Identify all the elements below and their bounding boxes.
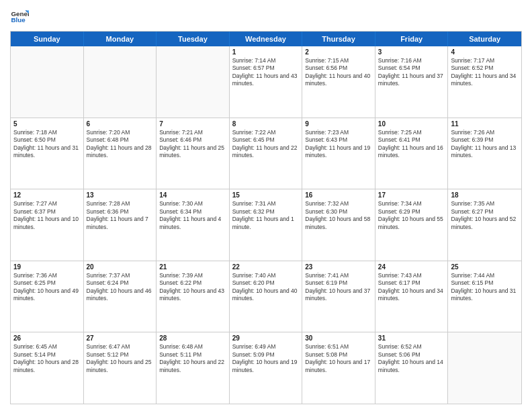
- day-info: Sunrise: 7:15 AM Sunset: 6:56 PM Dayligh…: [305, 57, 372, 88]
- day-number: 28: [159, 334, 226, 342]
- calendar-day-6: 6Sunrise: 7:20 AM Sunset: 6:48 PM Daylig…: [84, 118, 157, 189]
- day-number: 4: [451, 48, 519, 56]
- page: General Blue SundayMondayTuesdayWednesda…: [0, 0, 532, 411]
- calendar-day-7: 7Sunrise: 7:21 AM Sunset: 6:46 PM Daylig…: [157, 118, 230, 189]
- day-info: Sunrise: 7:37 AM Sunset: 6:24 PM Dayligh…: [87, 272, 154, 303]
- calendar-day-28: 28Sunrise: 6:48 AM Sunset: 5:11 PM Dayli…: [157, 332, 230, 404]
- calendar-day-15: 15Sunrise: 7:31 AM Sunset: 6:32 PM Dayli…: [230, 189, 303, 261]
- calendar-day-30: 30Sunrise: 6:51 AM Sunset: 5:08 PM Dayli…: [302, 332, 375, 404]
- day-header-tuesday: Tuesday: [157, 32, 230, 46]
- day-number: 10: [378, 120, 445, 128]
- day-header-thursday: Thursday: [302, 32, 375, 46]
- day-number: 6: [87, 120, 154, 128]
- calendar-day-16: 16Sunrise: 7:32 AM Sunset: 6:30 PM Dayli…: [302, 189, 375, 261]
- day-info: Sunrise: 7:32 AM Sunset: 6:30 PM Dayligh…: [305, 200, 372, 231]
- day-info: Sunrise: 7:44 AM Sunset: 6:15 PM Dayligh…: [451, 272, 519, 303]
- day-number: 16: [305, 191, 372, 199]
- calendar-day-26: 26Sunrise: 6:45 AM Sunset: 5:14 PM Dayli…: [11, 332, 84, 404]
- day-number: 23: [305, 263, 372, 271]
- day-number: 18: [451, 191, 519, 199]
- day-number: 22: [232, 263, 300, 271]
- calendar-day-8: 8Sunrise: 7:22 AM Sunset: 6:45 PM Daylig…: [230, 118, 303, 189]
- calendar-day-19: 19Sunrise: 7:36 AM Sunset: 6:25 PM Dayli…: [11, 261, 84, 332]
- day-number: 17: [378, 191, 445, 199]
- calendar: SundayMondayTuesdayWednesdayThursdayFrid…: [10, 31, 522, 404]
- calendar-day-10: 10Sunrise: 7:25 AM Sunset: 6:41 PM Dayli…: [375, 118, 449, 189]
- calendar-week-3: 19Sunrise: 7:36 AM Sunset: 6:25 PM Dayli…: [11, 261, 521, 333]
- day-info: Sunrise: 7:23 AM Sunset: 6:43 PM Dayligh…: [305, 129, 372, 160]
- day-info: Sunrise: 7:27 AM Sunset: 6:37 PM Dayligh…: [13, 200, 81, 231]
- calendar-day-3: 3Sunrise: 7:16 AM Sunset: 6:54 PM Daylig…: [375, 46, 449, 118]
- calendar-day-9: 9Sunrise: 7:23 AM Sunset: 6:43 PM Daylig…: [302, 118, 375, 189]
- day-number: 11: [451, 120, 519, 128]
- day-header-saturday: Saturday: [448, 32, 521, 46]
- day-header-sunday: Sunday: [11, 32, 84, 46]
- day-info: Sunrise: 6:52 AM Sunset: 5:06 PM Dayligh…: [378, 343, 445, 374]
- day-info: Sunrise: 7:16 AM Sunset: 6:54 PM Dayligh…: [378, 57, 445, 88]
- calendar-day-11: 11Sunrise: 7:26 AM Sunset: 6:39 PM Dayli…: [448, 118, 521, 189]
- calendar-day-21: 21Sunrise: 7:39 AM Sunset: 6:22 PM Dayli…: [157, 261, 230, 332]
- day-info: Sunrise: 7:25 AM Sunset: 6:41 PM Dayligh…: [378, 129, 445, 160]
- day-info: Sunrise: 6:51 AM Sunset: 5:08 PM Dayligh…: [305, 343, 372, 374]
- day-number: 21: [159, 263, 226, 271]
- day-info: Sunrise: 7:21 AM Sunset: 6:46 PM Dayligh…: [159, 129, 226, 160]
- logo-icon: General Blue: [10, 7, 29, 26]
- day-number: 14: [159, 191, 226, 199]
- calendar-day-31: 31Sunrise: 6:52 AM Sunset: 5:06 PM Dayli…: [375, 332, 449, 404]
- day-info: Sunrise: 7:30 AM Sunset: 6:34 PM Dayligh…: [159, 200, 226, 231]
- calendar-day-18: 18Sunrise: 7:35 AM Sunset: 6:27 PM Dayli…: [448, 189, 521, 261]
- day-info: Sunrise: 7:20 AM Sunset: 6:48 PM Dayligh…: [87, 129, 154, 160]
- calendar-week-2: 12Sunrise: 7:27 AM Sunset: 6:37 PM Dayli…: [11, 189, 521, 261]
- calendar-day-25: 25Sunrise: 7:44 AM Sunset: 6:15 PM Dayli…: [448, 261, 521, 332]
- calendar-day-empty: [84, 46, 157, 118]
- day-number: 20: [87, 263, 154, 271]
- calendar-day-20: 20Sunrise: 7:37 AM Sunset: 6:24 PM Dayli…: [84, 261, 157, 332]
- calendar-day-13: 13Sunrise: 7:28 AM Sunset: 6:36 PM Dayli…: [84, 189, 157, 261]
- day-info: Sunrise: 7:17 AM Sunset: 6:52 PM Dayligh…: [451, 57, 519, 88]
- day-number: 9: [305, 120, 372, 128]
- day-number: 29: [232, 334, 300, 342]
- day-info: Sunrise: 6:47 AM Sunset: 5:12 PM Dayligh…: [87, 343, 154, 374]
- svg-text:Blue: Blue: [11, 16, 26, 24]
- day-info: Sunrise: 6:49 AM Sunset: 5:09 PM Dayligh…: [232, 343, 300, 374]
- day-info: Sunrise: 6:45 AM Sunset: 5:14 PM Dayligh…: [13, 343, 81, 374]
- day-number: 27: [87, 334, 154, 342]
- day-info: Sunrise: 7:28 AM Sunset: 6:36 PM Dayligh…: [87, 200, 154, 231]
- day-info: Sunrise: 7:43 AM Sunset: 6:17 PM Dayligh…: [378, 272, 445, 303]
- day-info: Sunrise: 7:39 AM Sunset: 6:22 PM Dayligh…: [159, 272, 226, 303]
- calendar-day-27: 27Sunrise: 6:47 AM Sunset: 5:12 PM Dayli…: [84, 332, 157, 404]
- day-number: 19: [13, 263, 81, 271]
- calendar-day-4: 4Sunrise: 7:17 AM Sunset: 6:52 PM Daylig…: [448, 46, 521, 118]
- calendar-day-5: 5Sunrise: 7:18 AM Sunset: 6:50 PM Daylig…: [11, 118, 84, 189]
- calendar-day-empty: [157, 46, 230, 118]
- calendar-header-row: SundayMondayTuesdayWednesdayThursdayFrid…: [11, 32, 521, 46]
- day-info: Sunrise: 7:14 AM Sunset: 6:57 PM Dayligh…: [232, 57, 300, 88]
- day-header-friday: Friday: [375, 32, 449, 46]
- day-number: 31: [378, 334, 445, 342]
- calendar-day-22: 22Sunrise: 7:40 AM Sunset: 6:20 PM Dayli…: [230, 261, 303, 332]
- calendar-day-14: 14Sunrise: 7:30 AM Sunset: 6:34 PM Dayli…: [157, 189, 230, 261]
- day-number: 13: [87, 191, 154, 199]
- day-number: 12: [13, 191, 81, 199]
- logo: General Blue: [10, 7, 29, 26]
- day-header-wednesday: Wednesday: [230, 32, 303, 46]
- day-info: Sunrise: 7:40 AM Sunset: 6:20 PM Dayligh…: [232, 272, 300, 303]
- calendar-week-0: 1Sunrise: 7:14 AM Sunset: 6:57 PM Daylig…: [11, 46, 521, 118]
- header: General Blue: [10, 7, 522, 26]
- calendar-day-17: 17Sunrise: 7:34 AM Sunset: 6:29 PM Dayli…: [375, 189, 449, 261]
- day-number: 1: [232, 48, 300, 56]
- calendar-week-4: 26Sunrise: 6:45 AM Sunset: 5:14 PM Dayli…: [11, 332, 521, 404]
- day-info: Sunrise: 7:36 AM Sunset: 6:25 PM Dayligh…: [13, 272, 81, 303]
- day-header-monday: Monday: [84, 32, 157, 46]
- calendar-day-24: 24Sunrise: 7:43 AM Sunset: 6:17 PM Dayli…: [375, 261, 449, 332]
- day-number: 30: [305, 334, 372, 342]
- day-number: 15: [232, 191, 300, 199]
- day-number: 5: [13, 120, 81, 128]
- day-info: Sunrise: 7:41 AM Sunset: 6:19 PM Dayligh…: [305, 272, 372, 303]
- day-number: 26: [13, 334, 81, 342]
- day-number: 8: [232, 120, 300, 128]
- day-info: Sunrise: 6:48 AM Sunset: 5:11 PM Dayligh…: [159, 343, 226, 374]
- day-number: 7: [159, 120, 226, 128]
- calendar-day-2: 2Sunrise: 7:15 AM Sunset: 6:56 PM Daylig…: [302, 46, 375, 118]
- day-info: Sunrise: 7:31 AM Sunset: 6:32 PM Dayligh…: [232, 200, 300, 231]
